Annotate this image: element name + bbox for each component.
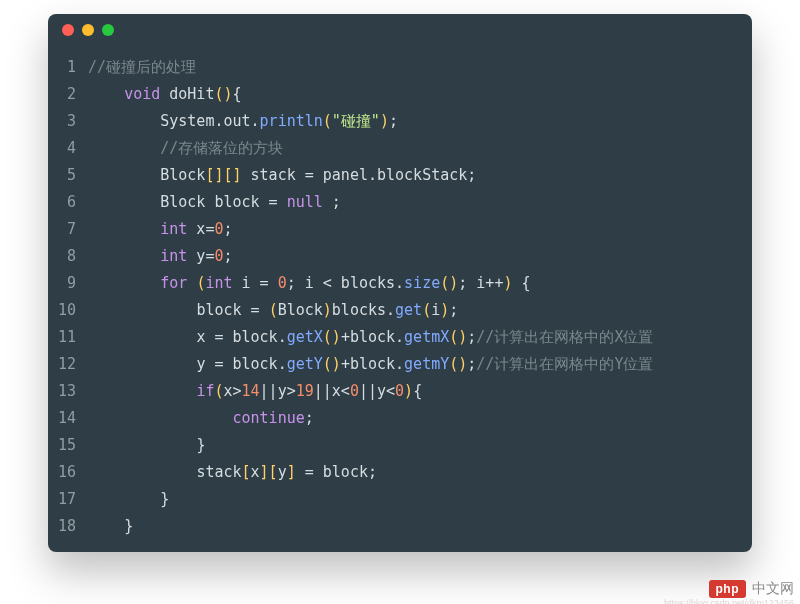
close-icon[interactable] bbox=[62, 24, 74, 36]
code-line: x = block.getX()+block.getmX();//计算出在网格中… bbox=[88, 324, 752, 351]
code-line: block = (Block)blocks.get(i); bbox=[88, 297, 752, 324]
code-area: 123456789101112131415161718 //碰撞后的处理 voi… bbox=[48, 46, 752, 552]
line-number: 12 bbox=[48, 351, 76, 378]
code-line: } bbox=[88, 432, 752, 459]
watermark-text: 中文网 bbox=[752, 580, 794, 598]
line-number: 5 bbox=[48, 162, 76, 189]
code-line: if(x>14||y>19||x<0||y<0){ bbox=[88, 378, 752, 405]
maximize-icon[interactable] bbox=[102, 24, 114, 36]
line-number: 13 bbox=[48, 378, 76, 405]
code-line: Block block = null ; bbox=[88, 189, 752, 216]
code-line: int y=0; bbox=[88, 243, 752, 270]
line-number: 14 bbox=[48, 405, 76, 432]
code-line: void doHit(){ bbox=[88, 81, 752, 108]
line-number: 10 bbox=[48, 297, 76, 324]
code-line: continue; bbox=[88, 405, 752, 432]
code-line: y = block.getY()+block.getmY();//计算出在网格中… bbox=[88, 351, 752, 378]
code-line: stack[x][y] = block; bbox=[88, 459, 752, 486]
line-number: 4 bbox=[48, 135, 76, 162]
watermark: php 中文网 bbox=[709, 580, 795, 598]
line-number: 1 bbox=[48, 54, 76, 81]
line-number: 6 bbox=[48, 189, 76, 216]
line-number: 17 bbox=[48, 486, 76, 513]
code-line: } bbox=[88, 513, 752, 540]
code-editor-window: 123456789101112131415161718 //碰撞后的处理 voi… bbox=[48, 14, 752, 552]
code-line: } bbox=[88, 486, 752, 513]
minimize-icon[interactable] bbox=[82, 24, 94, 36]
line-number: 16 bbox=[48, 459, 76, 486]
line-number: 18 bbox=[48, 513, 76, 540]
line-number: 2 bbox=[48, 81, 76, 108]
code-line: //碰撞后的处理 bbox=[88, 54, 752, 81]
code-line: for (int i = 0; i < blocks.size(); i++) … bbox=[88, 270, 752, 297]
code-line: System.out.println("碰撞"); bbox=[88, 108, 752, 135]
window-titlebar bbox=[48, 14, 752, 46]
line-number: 3 bbox=[48, 108, 76, 135]
line-number-gutter: 123456789101112131415161718 bbox=[48, 54, 88, 540]
line-number: 11 bbox=[48, 324, 76, 351]
code-line: int x=0; bbox=[88, 216, 752, 243]
line-number: 7 bbox=[48, 216, 76, 243]
watermark-url: https://blog.csdn.net/dkm123456 bbox=[664, 598, 794, 604]
line-number: 9 bbox=[48, 270, 76, 297]
code-line: //存储落位的方块 bbox=[88, 135, 752, 162]
watermark-logo: php bbox=[709, 580, 747, 598]
code-line: Block[][] stack = panel.blockStack; bbox=[88, 162, 752, 189]
line-number: 15 bbox=[48, 432, 76, 459]
code-content: //碰撞后的处理 void doHit(){ System.out.printl… bbox=[88, 54, 752, 540]
line-number: 8 bbox=[48, 243, 76, 270]
